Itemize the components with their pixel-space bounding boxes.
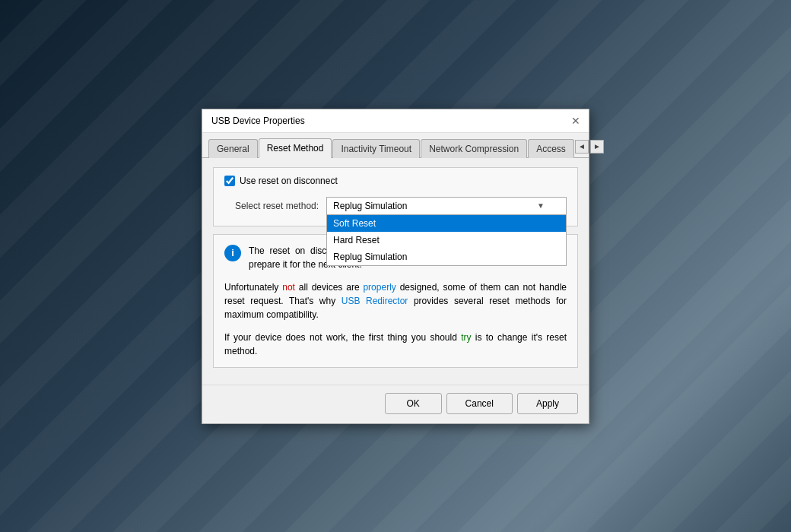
tab-next-button[interactable]: ► — [590, 140, 604, 154]
use-reset-label: Use reset on disconnect — [240, 176, 338, 186]
tab-general[interactable]: General — [208, 139, 258, 158]
hint-text: If your device does not work, the first … — [224, 331, 567, 358]
reset-method-dropdown-wrapper: Replug Simulation ▼ Soft Reset Hard Rese… — [326, 197, 567, 215]
hint-try: try — [461, 332, 471, 343]
ok-button[interactable]: OK — [385, 393, 442, 414]
chevron-down-icon: ▼ — [537, 201, 545, 210]
dialog-title: USB Device Properties — [211, 116, 305, 126]
reset-options-section: Use reset on disconnect Select reset met… — [213, 167, 578, 226]
reset-method-select[interactable]: Replug Simulation ▼ — [326, 197, 567, 215]
warning-not: not — [282, 282, 295, 293]
select-value: Replug Simulation — [333, 201, 407, 211]
use-reset-row: Use reset on disconnect — [224, 176, 567, 186]
warning-usb: USB Redirector — [341, 296, 408, 306]
dialog-window: USB Device Properties ✕ General Reset Me… — [202, 109, 589, 424]
title-bar: USB Device Properties ✕ — [202, 109, 589, 133]
dropdown-item-hard-reset[interactable]: Hard Reset — [327, 232, 566, 249]
tab-prev-button[interactable]: ◄ — [575, 140, 589, 154]
warning-properly: properly — [363, 282, 396, 293]
tab-access[interactable]: Access — [528, 139, 574, 158]
dropdown-item-soft-reset[interactable]: Soft Reset — [327, 215, 566, 232]
tab-inactivity-timeout[interactable]: Inactivity Timeout — [332, 139, 420, 158]
cancel-button[interactable]: Cancel — [446, 393, 513, 414]
info-icon: i — [224, 245, 241, 261]
select-reset-row: Select reset method: Replug Simulation ▼… — [224, 197, 567, 215]
dropdown-item-replug-simulation[interactable]: Replug Simulation — [327, 249, 566, 265]
warning-text: Unfortunately not all devices are proper… — [224, 280, 567, 321]
tab-reset-method[interactable]: Reset Method — [259, 138, 332, 158]
tab-nav: ◄ ► — [575, 140, 604, 154]
tab-content: Use reset on disconnect Select reset met… — [202, 158, 589, 385]
use-reset-checkbox[interactable] — [224, 176, 235, 186]
select-reset-label: Select reset method: — [235, 201, 319, 211]
button-bar: OK Cancel Apply — [202, 385, 589, 423]
apply-button[interactable]: Apply — [517, 393, 578, 414]
reset-method-dropdown-list: Soft Reset Hard Reset Replug Simulation — [326, 215, 567, 266]
close-button[interactable]: ✕ — [570, 116, 581, 126]
tab-network-compression[interactable]: Network Compression — [421, 139, 527, 158]
tab-bar: General Reset Method Inactivity Timeout … — [202, 133, 589, 158]
